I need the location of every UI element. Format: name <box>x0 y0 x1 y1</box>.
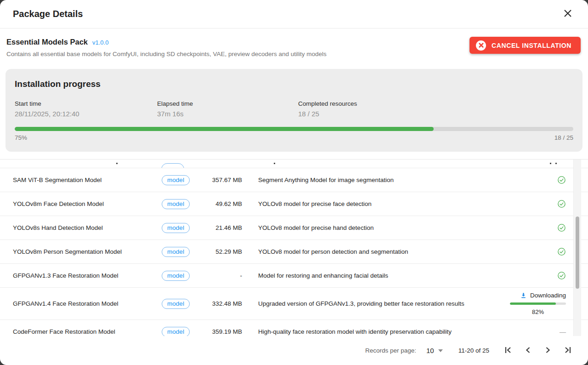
table-row: GFPGANv1.3 Face Restoration Model model … <box>0 264 588 288</box>
model-name: SAM ViT-B Segmentation Model <box>0 177 156 183</box>
model-name: CodeFormer Face Restoration Model <box>0 328 156 335</box>
page-range-label: 11-20 of 25 <box>458 347 489 354</box>
table-row: CodeFormer Face Restoration Model model … <box>0 320 588 336</box>
table-scrollbar-track[interactable] <box>573 160 581 336</box>
model-description: YOLOv8 model for precise face detection <box>242 200 502 207</box>
download-progress-fill <box>510 302 556 305</box>
previous-page-button[interactable] <box>523 346 533 356</box>
first-page-button[interactable] <box>503 346 513 356</box>
model-size: - <box>195 272 242 279</box>
completed-resources-value: 18 / 25 <box>298 110 357 118</box>
records-per-page-value: 10 <box>426 347 434 354</box>
status-cell <box>502 247 566 256</box>
progress-title: Installation progress <box>15 79 573 89</box>
install-progress-bar <box>15 127 573 131</box>
modal-header: Package Details <box>0 0 588 29</box>
progress-percent-label: 75% <box>15 134 27 141</box>
close-button[interactable] <box>561 8 574 21</box>
pagination-bar: Records per page: 10 11-20 of 25 <box>0 336 588 365</box>
cancel-x-icon <box>476 40 486 51</box>
model-name: YOLOv8m Person Segmentation Model <box>0 248 156 255</box>
status-cell: — <box>502 328 566 336</box>
model-description: Upgraded version of GFPGANv1.3, providin… <box>242 300 502 307</box>
table-row: SAM ViT-B Segmentation Model model 357.6… <box>0 168 588 192</box>
table-row: YOLOv8m Person Segmentation Model model … <box>0 240 588 264</box>
model-tag-chip: model <box>162 327 190 336</box>
elapsed-time-value: 37m 16s <box>157 110 298 118</box>
partial-text-fragment <box>550 163 551 164</box>
model-name: YOLOv8s Hand Detection Model <box>0 224 156 231</box>
package-name: Essential Models Pack <box>6 38 88 46</box>
start-time-value: 28/11/2025, 20:12:40 <box>15 110 157 118</box>
model-size: 332.48 MB <box>195 300 242 307</box>
tag-cell: model <box>156 175 195 185</box>
partial-text-fragment <box>555 163 557 164</box>
modal-title: Package Details <box>13 9 83 19</box>
partial-text-fragment <box>116 163 118 164</box>
progress-count-label: 18 / 25 <box>554 134 573 141</box>
start-time-field: Start time 28/11/2025, 20:12:40 <box>15 100 157 118</box>
tag-cell: model <box>156 223 195 233</box>
model-tag-chip: model <box>162 199 190 209</box>
model-size: 52.29 MB <box>195 248 242 255</box>
package-header: Essential Models Pack v1.0.0 Contains al… <box>0 29 588 69</box>
success-check-icon <box>557 200 566 208</box>
model-tag-chip: model <box>162 247 190 257</box>
tag-cell: model <box>156 327 195 336</box>
download-status-label: Downloading <box>530 292 566 299</box>
partial-text-fragment <box>274 163 275 164</box>
model-size: 359.19 MB <box>195 328 242 335</box>
close-icon <box>564 9 572 19</box>
success-check-icon <box>557 176 566 184</box>
completed-resources-field: Completed resources 18 / 25 <box>298 100 357 118</box>
first-page-icon <box>504 346 512 355</box>
tag-cell: model <box>156 199 195 209</box>
model-description: Model for restoring and enhancing facial… <box>242 272 502 279</box>
model-name: GFPGANv1.4 Face Restoration Model <box>0 300 156 307</box>
chevron-right-icon <box>544 346 552 355</box>
tag-cell: model <box>156 299 195 309</box>
model-table-body: SAM ViT-B Segmentation Model model 357.6… <box>0 168 588 336</box>
table-row: YOLOv8s Hand Detection Model model 21.46… <box>0 216 588 240</box>
cancel-installation-button[interactable]: CANCEL INSTALLATION <box>469 37 581 54</box>
model-tag-chip: model <box>162 223 190 233</box>
download-percent-label: 82% <box>532 308 544 315</box>
model-tag-chip: model <box>162 175 190 185</box>
elapsed-time-field: Elapsed time 37m 16s <box>157 100 298 118</box>
install-progress-fill <box>15 127 434 131</box>
installation-progress-panel: Installation progress Start time 28/11/2… <box>6 69 582 152</box>
table-row: GFPGANv1.4 Face Restoration Model model … <box>0 288 588 320</box>
partial-row <box>0 160 588 168</box>
package-version: v1.0.0 <box>92 39 108 46</box>
model-size: 21.46 MB <box>195 224 242 231</box>
download-icon <box>520 292 527 299</box>
model-description: High-quality face restoration model with… <box>242 328 502 335</box>
records-per-page-label: Records per page: <box>365 347 416 354</box>
model-tag-chip: model <box>162 299 190 309</box>
status-cell: Downloading82% <box>502 292 566 315</box>
cancel-installation-label: CANCEL INSTALLATION <box>492 42 571 49</box>
pending-dash: — <box>560 328 566 336</box>
completed-resources-label: Completed resources <box>298 100 357 107</box>
download-progress-bar <box>510 302 566 305</box>
model-description: Segment Anything Model for image segment… <box>242 177 502 183</box>
records-per-page-select[interactable]: 10 <box>426 347 443 354</box>
status-cell <box>502 271 566 280</box>
table-scrollbar-thumb[interactable] <box>576 217 579 289</box>
model-description: YOLOv8 model for person detection and se… <box>242 248 502 255</box>
model-name: GFPGANv1.3 Face Restoration Model <box>0 272 156 279</box>
tag-cell: model <box>156 247 195 257</box>
model-description: YOLOv8 model for precise hand detection <box>242 224 502 231</box>
resources-table: SAM ViT-B Segmentation Model model 357.6… <box>0 159 588 336</box>
start-time-label: Start time <box>15 100 157 107</box>
status-cell <box>502 223 566 232</box>
next-page-button[interactable] <box>543 346 553 356</box>
last-page-button[interactable] <box>562 346 572 356</box>
last-page-icon <box>564 346 571 355</box>
status-cell <box>502 176 566 184</box>
success-check-icon <box>557 223 566 232</box>
table-row: YOLOv8m Face Detection Model model 49.62… <box>0 192 588 216</box>
model-size: 49.62 MB <box>195 200 242 207</box>
download-status-block: Downloading82% <box>510 292 566 315</box>
tag-cell: model <box>156 271 195 281</box>
